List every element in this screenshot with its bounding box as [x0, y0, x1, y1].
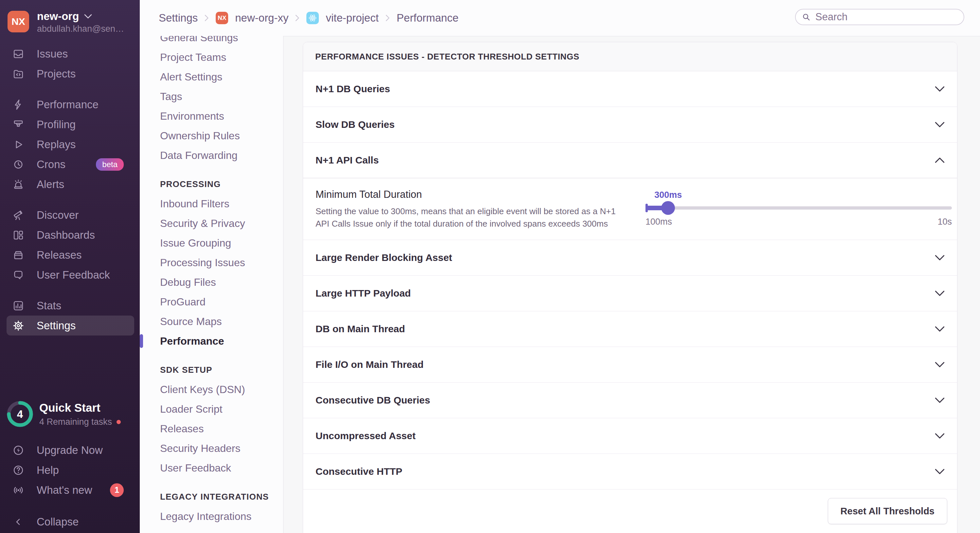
detector-row-file-io-on-main-thread[interactable]: File I/O on Main Thread: [303, 347, 957, 382]
detector-row-large-http-payload[interactable]: Large HTTP Payload: [303, 276, 957, 311]
bolt-circle-icon: [13, 444, 24, 456]
react-project-icon: [306, 12, 319, 24]
nav-item-security-headers[interactable]: Security Headers: [140, 438, 283, 458]
detector-row-db-on-main-thread[interactable]: DB on Main Thread: [303, 311, 957, 347]
sidebar-item-profiling[interactable]: Profiling: [6, 114, 134, 135]
nav-item-data-forwarding[interactable]: Data Forwarding: [140, 146, 283, 165]
chevron-down-icon: [935, 122, 945, 127]
quickstart-widget[interactable]: 4 Quick Start 4 Remaining tasks: [6, 401, 135, 431]
search-box[interactable]: [795, 9, 964, 25]
setting-title: Minimum Total Duration: [315, 189, 422, 200]
detector-row-n1-db-queries[interactable]: N+1 DB Queries: [303, 71, 957, 107]
sidebar-item-label: Profiling: [37, 118, 76, 131]
nav-item-security-privacy[interactable]: Security & Privacy: [140, 214, 283, 233]
nav-item-releases[interactable]: Releases: [140, 419, 283, 438]
nav-item-environments[interactable]: Environments: [140, 106, 283, 126]
nav-item-project-teams[interactable]: Project Teams: [140, 48, 283, 67]
setting-description: Setting the value to 300ms, means that a…: [315, 205, 627, 230]
sidebar-group-footer: Upgrade Now Help What's new 1: [0, 440, 140, 500]
sidebar-item-label: Stats: [37, 300, 61, 312]
detector-row-uncompressed-asset[interactable]: Uncompressed Asset: [303, 418, 957, 454]
breadcrumb-settings[interactable]: Settings: [159, 12, 198, 24]
sidebar-item-performance[interactable]: Performance: [6, 95, 134, 114]
archive-icon: [13, 249, 24, 261]
sidebar-item-alerts[interactable]: Alerts: [6, 174, 134, 194]
duration-slider: 300ms 100ms 10s: [646, 178, 952, 240]
slider-min-label: 100ms: [646, 217, 672, 227]
collapse-label: Collapse: [37, 516, 78, 528]
sidebar-item-projects[interactable]: Projects: [6, 64, 134, 84]
threshold-detail-section: Minimum Total Duration Setting the value…: [303, 178, 957, 240]
nav-item-tags[interactable]: Tags: [140, 87, 283, 106]
sidebar-item-discover[interactable]: Discover: [6, 205, 134, 225]
nav-item-alert-settings[interactable]: Alert Settings: [140, 67, 283, 87]
collapse-button[interactable]: Collapse: [6, 512, 134, 532]
nav-item-ownership-rules[interactable]: Ownership Rules: [140, 126, 283, 146]
breadcrumb-org[interactable]: new-org-xy: [235, 12, 288, 24]
slider-max-label: 10s: [937, 217, 952, 227]
sidebar-item-user-feedback[interactable]: User Feedback: [6, 265, 134, 285]
nav-item-proguard[interactable]: ProGuard: [140, 292, 283, 312]
slider-track[interactable]: [646, 206, 952, 209]
sidebar-item-label: Crons: [37, 158, 65, 171]
nav-item-user-feedback[interactable]: User Feedback: [140, 458, 283, 478]
search-input[interactable]: [815, 11, 953, 23]
detector-row-consecutive-db-queries[interactable]: Consecutive DB Queries: [303, 382, 957, 418]
chevron-down-icon: [935, 255, 945, 261]
main-content: PERFORMANCE ISSUES - DETECTOR THRESHOLD …: [283, 36, 980, 533]
org-email: abdullah.khan@sen…: [37, 24, 124, 34]
nav-item-client-keys[interactable]: Client Keys (DSN): [140, 380, 283, 399]
sidebar-item-label: Settings: [37, 319, 76, 332]
question-circle-icon: [13, 464, 24, 476]
settings-nav-list: General Settings Project Teams Alert Set…: [140, 28, 283, 526]
org-switcher[interactable]: NX new-org abdullah.khan@sen…: [8, 11, 135, 34]
thresholds-panel: PERFORMANCE ISSUES - DETECTOR THRESHOLD …: [303, 42, 958, 533]
gear-icon: [13, 320, 24, 332]
sidebar-item-crons[interactable]: Crons beta: [6, 154, 134, 174]
sidebar-item-label: Upgrade Now: [37, 444, 103, 457]
sidebar-item-issues[interactable]: Issues: [6, 44, 134, 64]
chevron-down-icon: [935, 362, 945, 368]
nav-item-performance[interactable]: Performance: [140, 331, 283, 351]
slider-thumb[interactable]: [661, 201, 675, 215]
nav-item-inbound-filters[interactable]: Inbound Filters: [140, 194, 283, 214]
app-root: NX new-org abdullah.khan@sen… Issues: [0, 0, 980, 533]
sidebar-item-replays[interactable]: Replays: [6, 135, 134, 154]
telescope-icon: [13, 209, 24, 221]
sidebar-collapse-group: Collapse: [0, 512, 140, 532]
sidebar-item-label: User Feedback: [37, 269, 110, 281]
nav-item-source-maps[interactable]: Source Maps: [140, 312, 283, 331]
slider-start-cap: [646, 204, 648, 212]
nav-item-debug-files[interactable]: Debug Files: [140, 272, 283, 292]
sidebar-item-label: Issues: [37, 48, 68, 60]
detector-row-slow-db-queries[interactable]: Slow DB Queries: [303, 107, 957, 143]
chevron-right-icon: [295, 14, 299, 22]
search-icon: [802, 13, 811, 22]
flame-chart-icon: [13, 119, 24, 130]
nav-item-issue-grouping[interactable]: Issue Grouping: [140, 233, 283, 253]
sidebar-item-help[interactable]: Help: [6, 460, 134, 480]
sidebar-item-stats[interactable]: Stats: [6, 296, 134, 316]
sidebar-item-whats-new[interactable]: What's new 1: [6, 480, 134, 500]
breadcrumb-project[interactable]: vite-project: [326, 12, 379, 24]
nav-item-processing-issues[interactable]: Processing Issues: [140, 253, 283, 272]
org-name[interactable]: new-org: [37, 10, 92, 22]
sidebar-item-settings[interactable]: Settings: [6, 316, 134, 335]
dashboard-icon: [13, 229, 24, 241]
detector-row-consecutive-http[interactable]: Consecutive HTTP: [303, 454, 957, 490]
sidebar-item-releases[interactable]: Releases: [6, 245, 134, 265]
detector-row-n1-api-calls[interactable]: N+1 API Calls: [303, 143, 957, 178]
sidebar-item-dashboards[interactable]: Dashboards: [6, 225, 134, 245]
sidebar-item-label: Help: [37, 464, 59, 476]
sidebar-group-monitoring: Performance Profiling Replays Crons: [0, 95, 140, 194]
panel-title: PERFORMANCE ISSUES - DETECTOR THRESHOLD …: [315, 52, 579, 62]
nav-item-loader-script[interactable]: Loader Script: [140, 399, 283, 419]
quickstart-progress-ring: 4: [6, 401, 33, 427]
sidebar-item-label: Projects: [37, 68, 76, 80]
active-indicator: [140, 334, 143, 348]
sidebar-item-upgrade-now[interactable]: Upgrade Now: [6, 440, 134, 460]
detector-row-large-render-blocking-asset[interactable]: Large Render Blocking Asset: [303, 240, 957, 276]
chevron-left-icon: [13, 516, 24, 528]
reset-all-thresholds-button[interactable]: Reset All Thresholds: [828, 498, 947, 524]
nav-item-legacy-integrations[interactable]: Legacy Integrations: [140, 506, 283, 526]
